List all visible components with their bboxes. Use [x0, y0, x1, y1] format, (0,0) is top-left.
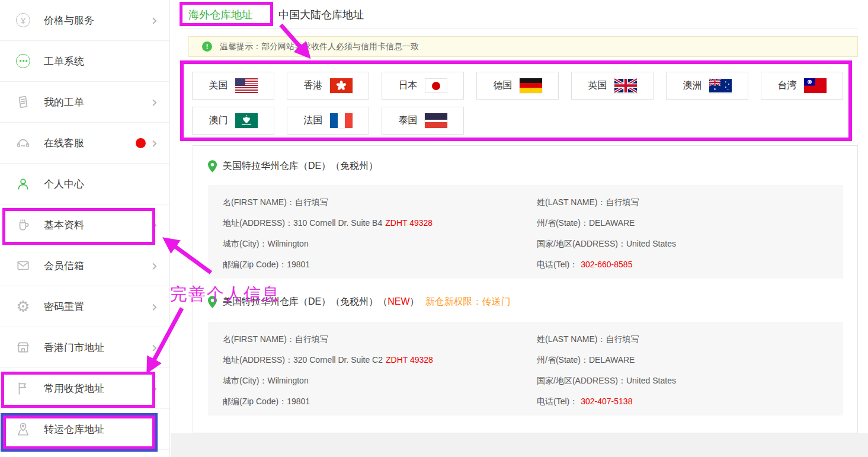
sidebar-item-label: 价格与服务 — [44, 14, 147, 27]
warehouse-2-title: 美国特拉华州仓库（DE）（免税州）（NEW） 新仓新权限：传送门 — [208, 296, 511, 308]
sidebar: ¥ 价格与服务 › ⋯ 工单系统 我的工单 › 在线客服 › 个人中心 基本资料… — [0, 0, 170, 457]
warehouse-1-title: 美国特拉华州仓库（DE）（免税州） — [208, 160, 378, 172]
gb-flag-icon — [614, 78, 637, 93]
country-button-mo[interactable]: 澳门 — [192, 107, 274, 135]
location-pin-icon — [208, 160, 217, 172]
country-button-fr[interactable]: 法国 — [287, 107, 369, 135]
sidebar-item-label: 会员信箱 — [44, 259, 147, 273]
flag-icon — [14, 379, 32, 397]
sidebar-item-pricing[interactable]: ¥ 价格与服务 › — [0, 0, 169, 41]
country-label: 日本 — [399, 79, 418, 92]
field-zip: 邮编(Zip Code)：19801 — [223, 258, 537, 271]
sidebar-item-label: 基本资料 — [44, 218, 147, 232]
field-country: 国家/地区(ADDRESS)：United States — [537, 375, 843, 387]
sidebar-item-online-service[interactable]: 在线客服 › — [0, 123, 169, 164]
chevron-right-icon: › — [152, 299, 158, 314]
country-label: 澳洲 — [683, 79, 702, 92]
fr-flag-icon — [330, 113, 353, 128]
hk-flag-icon — [330, 78, 353, 93]
country-label: 英国 — [588, 79, 607, 92]
map-pin-icon — [14, 420, 32, 438]
sidebar-item-hk-store-address[interactable]: 香港门市地址 › — [0, 327, 169, 368]
field-city: 城市(City)：Wilmington — [223, 238, 537, 250]
country-label: 泰国 — [399, 114, 418, 127]
gear-icon: ⚙ — [14, 298, 32, 315]
field-address: 地址(ADDRESS)：320 Cornell Dr. Suite C2ZDHT… — [223, 354, 537, 366]
sidebar-item-ticket-system[interactable]: ⋯ 工单系统 — [0, 41, 169, 82]
sidebar-item-label: 香港门市地址 — [44, 341, 147, 354]
chevron-right-icon: › — [152, 135, 158, 151]
th-flag-icon — [425, 113, 447, 128]
field-last-name: 姓(LAST NAME)：自行填写 — [537, 333, 843, 346]
field-first-name: 名(FIRST NAME)：自行填写 — [223, 333, 537, 346]
country-selector: 美国 香港 日本 德国 英国 澳洲 台湾 澳门 法国 泰国 — [180, 60, 852, 141]
chevron-right-icon: › — [152, 217, 158, 232]
tw-flag-icon — [804, 78, 827, 93]
sidebar-item-label: 在线客服 — [44, 136, 136, 150]
sidebar-item-label: 转运仓库地址 — [44, 423, 147, 436]
country-label: 台湾 — [778, 79, 797, 92]
new-badge: NEW — [387, 296, 409, 306]
au-flag-icon — [709, 78, 732, 93]
country-label: 德国 — [494, 79, 513, 92]
tab-mainland-warehouse[interactable]: 中国大陆仓库地址 — [278, 8, 364, 22]
warehouse-2-title-text: 美国特拉华州仓库（DE）（免税州）（NEW） — [223, 296, 419, 308]
tab-overseas-warehouse[interactable]: 海外仓库地址 — [188, 8, 252, 22]
field-state: 州/省(State)：DELAWARE — [537, 354, 843, 366]
tab-divider — [181, 28, 858, 28]
sidebar-item-member-mailbox[interactable]: 会员信箱 › — [0, 245, 169, 286]
country-button-jp[interactable]: 日本 — [382, 72, 464, 100]
notice-text: 温馨提示：部分网站要求收件人必须与信用卡信息一致 — [220, 41, 419, 52]
country-button-de[interactable]: 德国 — [476, 72, 559, 100]
headset-icon — [14, 134, 32, 152]
country-button-au[interactable]: 澳洲 — [666, 72, 748, 100]
sidebar-item-shipping-address[interactable]: 常用收货地址 › — [0, 368, 169, 409]
country-label: 香港 — [304, 79, 323, 92]
country-button-gb[interactable]: 英国 — [571, 72, 654, 100]
field-address: 地址(ADDRESS)：310 Cornell Dr. Suite B4ZDHT… — [223, 217, 537, 229]
country-button-th[interactable]: 泰国 — [382, 107, 464, 135]
sidebar-item-basic-info[interactable]: 基本资料 › — [0, 204, 169, 245]
unread-badge — [136, 138, 146, 148]
country-label: 澳门 — [209, 114, 228, 127]
us-flag-icon — [235, 78, 258, 93]
yen-icon: ¥ — [14, 11, 32, 29]
field-last-name: 姓(LAST NAME)：自行填写 — [537, 196, 843, 209]
info-icon: ! — [202, 41, 212, 52]
warehouse-address-panel: 美国特拉华州仓库（DE）（免税州） 名(FIRST NAME)：自行填写 姓(L… — [193, 145, 858, 433]
sidebar-item-personal-center[interactable]: 个人中心 — [0, 164, 169, 204]
field-zip: 邮编(Zip Code)：19801 — [223, 395, 537, 408]
envelope-icon — [14, 257, 32, 274]
sidebar-item-my-tickets[interactable]: 我的工单 › — [0, 82, 169, 123]
chat-dots-icon: ⋯ — [14, 52, 32, 70]
warehouse-2-card: 名(FIRST NAME)：自行填写 姓(LAST NAME)：自行填写 地址(… — [208, 322, 843, 416]
sidebar-item-label: 个人中心 — [44, 177, 158, 191]
chevron-right-icon: › — [152, 340, 158, 355]
location-pin-icon — [208, 296, 217, 308]
sidebar-item-password-reset[interactable]: ⚙ 密码重置 › — [0, 286, 169, 327]
page-background-strip — [171, 433, 868, 457]
mo-flag-icon — [235, 113, 258, 128]
sidebar-item-label: 我的工单 — [44, 95, 147, 109]
shop-icon — [14, 338, 32, 356]
sidebar-item-label: 常用收货地址 — [44, 382, 147, 395]
chevron-right-icon: › — [152, 381, 158, 396]
user-icon — [14, 175, 32, 193]
field-tel: 电话(Tel)：302-660-8585 — [537, 258, 843, 271]
country-button-tw[interactable]: 台湾 — [761, 72, 843, 100]
country-label: 美国 — [209, 79, 228, 92]
chevron-right-icon: › — [152, 94, 158, 110]
new-warehouse-permission-link[interactable]: 新仓新权限：传送门 — [425, 296, 511, 308]
chevron-right-icon: › — [152, 258, 158, 273]
field-tel: 电话(Tel)：302-407-5138 — [537, 395, 843, 408]
field-state: 州/省(State)：DELAWARE — [537, 217, 843, 229]
cup-icon — [14, 216, 32, 234]
chevron-right-icon: › — [152, 421, 158, 437]
sidebar-item-transfer-warehouse-address[interactable]: 转运仓库地址 › — [0, 409, 169, 450]
field-city: 城市(City)：Wilmington — [223, 375, 537, 387]
chevron-right-icon: › — [152, 12, 158, 28]
field-country: 国家/地区(ADDRESS)：United States — [537, 238, 843, 250]
country-button-us[interactable]: 美国 — [192, 72, 274, 100]
field-first-name: 名(FIRST NAME)：自行填写 — [223, 196, 537, 209]
country-button-hk[interactable]: 香港 — [287, 72, 369, 100]
